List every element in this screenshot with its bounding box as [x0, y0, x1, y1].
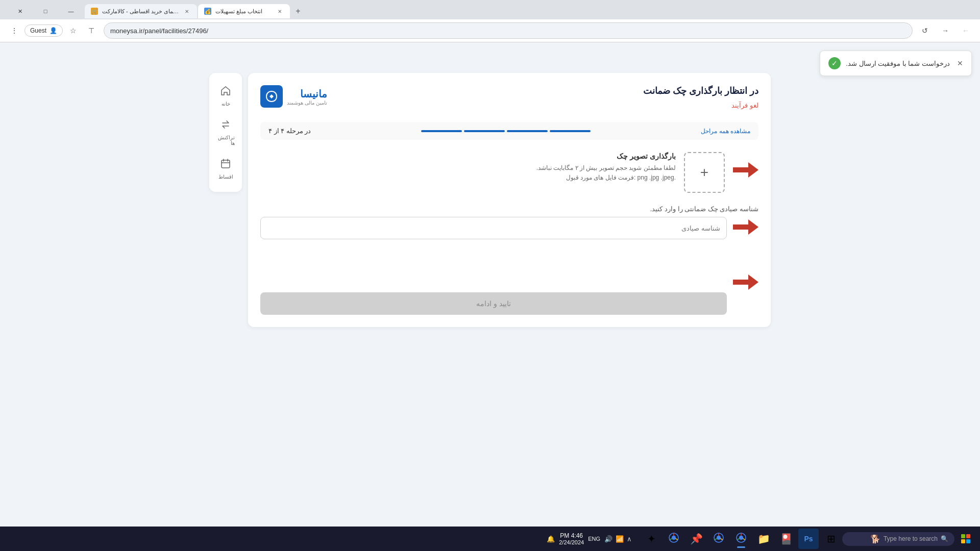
- reload-button[interactable]: ↺: [917, 22, 933, 39]
- input-arrow-indicator: [733, 219, 758, 237]
- taskbar-search[interactable]: 🔍 Type here to search 🐕: [842, 532, 954, 546]
- page-title-area: در انتظار بارگذاری چک ضمانت لغو فرآیند: [643, 85, 758, 110]
- taskbar: 🔍 Type here to search 🐕 ⊞ Ps 🎴 📁: [0, 527, 980, 551]
- browser-toolbar: ← → ↺ moneysa.ir/panel/facilities/27496/…: [0, 19, 980, 42]
- browser-tab-1[interactable]: 🛒 راهنمای خرید اقساطی - کالامارکت ✕: [85, 4, 197, 18]
- address-text: moneysa.ir/panel/facilities/27496/: [110, 27, 208, 35]
- bookmark-icon[interactable]: ☆: [65, 22, 81, 39]
- profile-button[interactable]: 👤 Guest: [24, 24, 63, 37]
- taskview-icon: ⊞: [827, 533, 836, 545]
- back-button[interactable]: ←: [958, 22, 974, 39]
- taskbar-app-chrome3[interactable]: [664, 529, 684, 549]
- toast-close-button[interactable]: ✕: [957, 59, 963, 67]
- taskbar-app-files[interactable]: 📁: [753, 529, 774, 549]
- step-segment-1: [421, 130, 462, 132]
- steps-area: مشاهده همه مراحل در مرحله ۴ از ۴: [260, 122, 758, 140]
- submit-row: تایید و ادامه: [260, 252, 758, 315]
- windows-logo-icon: [961, 534, 970, 543]
- maximize-button[interactable]: □: [34, 3, 57, 19]
- files-icon: 📁: [757, 533, 770, 545]
- check-id-label: شناسه صیادی چک ضمانتی را وارد کنید.: [260, 205, 758, 213]
- start-button[interactable]: [955, 529, 976, 549]
- check-id-section: شناسه صیادی چک ضمانتی را وارد کنید.: [260, 205, 758, 239]
- taskbar-app-8[interactable]: ✦: [641, 529, 662, 549]
- upload-section: + بارگذاری تصویر چک لطفا مطمئن شوید حجم …: [260, 152, 758, 193]
- taskbar-app-3[interactable]: 🎴: [776, 529, 796, 549]
- pin-icon: 📌: [690, 533, 703, 545]
- step-segment-4: [550, 130, 591, 132]
- chevron-up-icon[interactable]: ∧: [627, 535, 632, 543]
- sidebar-item-home[interactable]: خانه: [213, 81, 238, 111]
- lang-indicator[interactable]: ENG: [588, 536, 600, 542]
- browser-tab-2[interactable]: 💰 انتخاب مبلغ تسهیلات ✕: [198, 4, 290, 18]
- new-tab-button[interactable]: +: [291, 4, 305, 18]
- profile-icon: 👤: [50, 27, 57, 34]
- logo-text: مانیسا: [287, 88, 327, 100]
- toast-notification: ✕ درخواست شما با موفقیت ارسال شد. ✓: [820, 51, 972, 76]
- cancel-link[interactable]: لغو فرآیند: [731, 102, 758, 109]
- upload-box[interactable]: +: [684, 152, 725, 193]
- app3-icon: 🎴: [780, 533, 793, 545]
- svg-rect-3: [222, 160, 230, 168]
- submit-button[interactable]: تایید و ادامه: [260, 292, 727, 315]
- upload-description: بارگذاری تصویر چک لطفا مطمئن شوید حجم تص…: [260, 152, 676, 183]
- view-all-steps[interactable]: مشاهده همه مراحل: [701, 128, 750, 135]
- tab1-close[interactable]: ✕: [183, 7, 191, 15]
- page-title: در انتظار بارگذاری چک ضمانت: [643, 85, 758, 96]
- taskbar-time: 4:46 PM: [559, 532, 584, 539]
- sidebar-item-installments[interactable]: اقساط: [213, 154, 238, 184]
- translate-icon[interactable]: ⊤: [83, 22, 100, 39]
- minimize-button[interactable]: —: [59, 3, 83, 19]
- svg-line-8: [737, 538, 739, 540]
- taskbar-right: ∧ 📶 🔊 ENG 4:46 PM 2/24/2024 🔔: [547, 532, 636, 545]
- transactions-icon: [220, 119, 231, 133]
- taskbar-app-taskview[interactable]: ⊞: [821, 529, 841, 549]
- submit-label: تایید و ادامه: [476, 299, 511, 308]
- taskbar-clock[interactable]: 4:46 PM 2/24/2024: [559, 532, 584, 545]
- taskbar-app-pin[interactable]: 📌: [686, 529, 706, 549]
- chrome1-icon: [736, 533, 746, 545]
- svg-marker-1: [733, 219, 758, 235]
- volume-icon[interactable]: 🔊: [604, 535, 612, 543]
- svg-line-17: [676, 538, 678, 540]
- upload-title: بارگذاری تصویر چک: [260, 152, 676, 160]
- plus-icon: +: [700, 164, 708, 181]
- check-id-input[interactable]: [260, 217, 727, 239]
- close-button[interactable]: ✕: [8, 3, 32, 19]
- profile-label: Guest: [30, 27, 46, 34]
- sidebar: خانه تراکنش ها اقساط: [209, 73, 242, 192]
- taskbar-app-chrome1[interactable]: [731, 529, 751, 549]
- toast-message: درخواست شما با موفقیت ارسال شد.: [846, 60, 950, 67]
- sidebar-item-transactions[interactable]: تراکنش ها: [213, 115, 238, 150]
- taskbar-dog-icon: 🐕: [870, 534, 880, 544]
- logo-area: مانیسا تامین مالی هوشمند: [260, 85, 327, 108]
- logo-subtitle: تامین مالی هوشمند: [287, 100, 327, 106]
- svg-line-7: [743, 538, 745, 540]
- tab2-close[interactable]: ✕: [276, 7, 284, 15]
- tab1-favicon: 🛒: [91, 8, 98, 15]
- notification-icon[interactable]: 🔔: [547, 535, 555, 543]
- main-layout: در انتظار بارگذاری چک ضمانت لغو فرآیند م…: [209, 73, 771, 327]
- menu-icon[interactable]: ⋮: [6, 22, 22, 39]
- address-bar[interactable]: moneysa.ir/panel/facilities/27496/: [104, 22, 913, 39]
- submit-arrow-indicator: [733, 274, 758, 292]
- svg-point-15: [672, 536, 676, 540]
- browser-title-bar: 🛒 راهنمای خرید اقساطی - کالامارکت ✕ 💰 ان…: [0, 0, 980, 19]
- taskbar-search-icon: 🔍: [941, 535, 948, 542]
- tab2-title: انتخاب مبلغ تسهیلات: [215, 8, 272, 15]
- main-card: در انتظار بارگذاری چک ضمانت لغو فرآیند م…: [248, 73, 771, 327]
- toast-success-icon: ✓: [828, 57, 841, 69]
- upload-hint-2: .png .jpg .jpeg :فرمت فایل های مورد قبول: [260, 173, 676, 183]
- browser-chrome: 🛒 راهنمای خرید اقساطی - کالامارکت ✕ 💰 ان…: [0, 0, 980, 42]
- forward-button[interactable]: →: [937, 22, 953, 39]
- logo-icon: [260, 85, 283, 108]
- taskbar-date: 2/24/2024: [559, 539, 584, 545]
- taskbar-search-text: Type here to search: [884, 535, 938, 542]
- photoshop-icon: Ps: [804, 535, 813, 543]
- step-segment-2: [464, 130, 505, 132]
- sidebar-installments-label: اقساط: [218, 174, 233, 180]
- taskbar-app-photoshop[interactable]: Ps: [798, 529, 819, 549]
- taskbar-app-chrome2[interactable]: [708, 529, 729, 549]
- check-id-input-row: [260, 217, 758, 239]
- network-icon[interactable]: 📶: [616, 535, 624, 543]
